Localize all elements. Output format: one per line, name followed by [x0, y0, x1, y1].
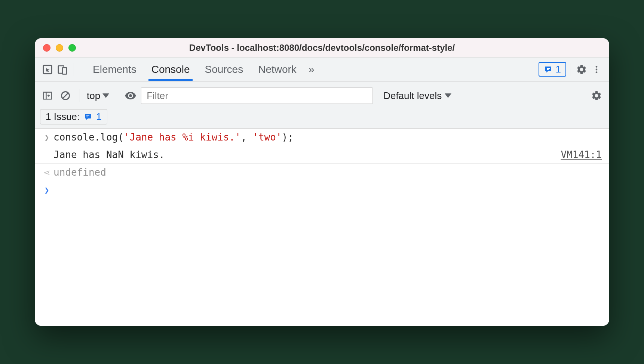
svg-point-6: [596, 68, 598, 70]
divider: [582, 89, 582, 102]
log-levels-selector[interactable]: Default levels: [383, 90, 451, 102]
divider: [570, 63, 570, 76]
tab-network[interactable]: Network: [258, 58, 297, 81]
console-settings-icon[interactable]: [589, 88, 604, 103]
window-title: DevTools - localhost:8080/docs/devtools/…: [35, 43, 609, 53]
main-tabbar: Elements Console Sources Network » 1: [35, 58, 609, 81]
issue-pill-count: 1: [96, 111, 101, 123]
divider: [74, 63, 74, 76]
console-toolbar: top Default levels: [35, 81, 609, 129]
svg-rect-2: [62, 68, 67, 74]
tab-sources[interactable]: Sources: [205, 58, 243, 81]
svg-rect-10: [86, 115, 89, 116]
console-output-row: Jane has NaN kiwis. VM141:1: [35, 146, 609, 164]
close-window-button[interactable]: [43, 44, 50, 52]
console-output-text: Jane has NaN kiwis.: [53, 149, 165, 160]
console-input-code: console.log('Jane has %i kiwis.', 'two')…: [53, 132, 294, 143]
settings-icon[interactable]: [574, 62, 589, 77]
tab-console[interactable]: Console: [151, 58, 190, 81]
show-console-sidebar-icon[interactable]: [40, 88, 55, 103]
divider: [116, 89, 116, 102]
issues-badge[interactable]: 1: [539, 62, 566, 77]
input-prompt-icon: ❯: [40, 132, 53, 142]
context-label: top: [87, 90, 100, 102]
console-return-row: ⋖ undefined: [35, 164, 609, 181]
issue-pill-label: 1 Issue:: [46, 111, 80, 123]
console-return-value: undefined: [53, 167, 106, 178]
levels-label: Default levels: [383, 90, 442, 102]
divider: [80, 89, 80, 102]
inspect-element-icon[interactable]: [40, 62, 55, 77]
svg-rect-4: [547, 69, 549, 70]
message-icon: [544, 65, 553, 74]
chevron-down-icon: [445, 93, 451, 98]
minimize-window-button[interactable]: [56, 44, 63, 52]
devtools-window: DevTools - localhost:8080/docs/devtools/…: [35, 38, 609, 326]
return-icon: ⋖: [40, 167, 53, 177]
svg-point-7: [596, 71, 598, 73]
device-toolbar-icon[interactable]: [55, 62, 70, 77]
issue-pill[interactable]: 1 Issue: 1: [40, 109, 107, 124]
tabs: Elements Console Sources Network: [93, 58, 297, 81]
svg-rect-3: [547, 68, 550, 69]
console-output: ❯ console.log('Jane has %i kiwis.', 'two…: [35, 129, 609, 326]
filter-input[interactable]: [141, 87, 373, 104]
tab-elements[interactable]: Elements: [93, 58, 137, 81]
live-expression-icon[interactable]: [123, 88, 138, 103]
svg-point-5: [596, 66, 598, 68]
context-selector[interactable]: top: [87, 90, 109, 102]
issues-badge-count: 1: [556, 64, 561, 75]
output-gutter: [40, 149, 53, 150]
source-link[interactable]: VM141:1: [561, 149, 602, 160]
traffic-lights: [35, 44, 76, 52]
message-icon: [83, 112, 92, 121]
more-tabs-button[interactable]: »: [309, 64, 315, 75]
console-prompt-row[interactable]: ❯: [35, 181, 609, 198]
titlebar: DevTools - localhost:8080/docs/devtools/…: [35, 38, 609, 58]
chevron-down-icon: [102, 93, 109, 98]
clear-console-icon[interactable]: [58, 88, 73, 103]
console-input-row: ❯ console.log('Jane has %i kiwis.', 'two…: [35, 129, 609, 146]
prompt-icon: ❯: [40, 184, 53, 195]
more-options-icon[interactable]: [589, 62, 604, 77]
maximize-window-button[interactable]: [68, 44, 76, 52]
svg-rect-11: [86, 117, 88, 117]
